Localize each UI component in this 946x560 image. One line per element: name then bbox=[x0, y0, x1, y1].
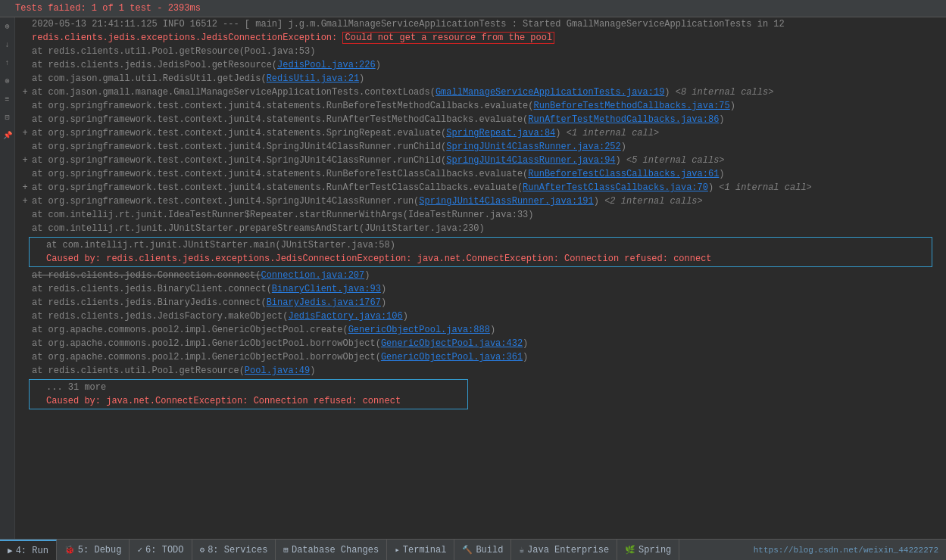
exception-message: Could not get a resource from the pool bbox=[342, 32, 554, 44]
tab-run[interactable]: ▶ 4: Run bbox=[0, 540, 57, 560]
gutter-icon-3[interactable]: ↑ bbox=[2, 57, 14, 69]
stack-row-11: + at org.springframework.test.context.ju… bbox=[15, 181, 946, 194]
stack-row-genericpool-432: at org.apache.commons.pool2.impl.Generic… bbox=[15, 337, 946, 350]
tab-build[interactable]: 🔨 Build bbox=[454, 540, 511, 560]
link-pool-49[interactable]: Pool.java:49 bbox=[245, 366, 310, 376]
test-failed-bar: Tests failed: 1 of 1 test - 2393ms bbox=[0, 0, 946, 17]
stack-row-pool-49: at redis.clients.util.Pool.getResource(P… bbox=[15, 364, 946, 378]
link-contextloads[interactable]: GmallManageServiceApplicationTests.java:… bbox=[436, 87, 664, 98]
log-text-info: 2020-05-13 21:41:11.125 INFO 16512 --- [… bbox=[32, 17, 943, 31]
link-binaryjedis[interactable]: BinaryJedis.java:1767 bbox=[267, 297, 381, 308]
toggle-11[interactable]: + bbox=[18, 181, 32, 194]
stack-row-jedisfactory: at redis.clients.jedis.JedisFactory.make… bbox=[15, 310, 946, 323]
status-url: https://blog.csdn.net/weixin_44222272 bbox=[746, 546, 946, 555]
tab-todo-label: 6: TODO bbox=[145, 545, 183, 555]
link-genericpool-361[interactable]: GenericObjectPool.java:361 bbox=[381, 352, 523, 362]
stack-row-9: + at org.springframework.test.context.ju… bbox=[15, 154, 946, 167]
java-enterprise-icon: ☕ bbox=[519, 545, 524, 555]
stack-row-1: at redis.clients.util.Pool.getResource(P… bbox=[15, 45, 946, 58]
tab-database[interactable]: ⊞ Database Changes bbox=[276, 540, 387, 560]
tab-terminal[interactable]: ▸ Terminal bbox=[387, 540, 454, 560]
stack-row-14: at com.intellij.rt.junit.JUnitStarter.pr… bbox=[15, 222, 946, 235]
stack-row-conn: at redis.clients.jedis.Connection.connec… bbox=[15, 269, 946, 282]
caused-by-row: Caused by: redis.clients.jedis.exception… bbox=[30, 252, 932, 266]
status-bar: ▶ 4: Run 🐞 5: Debug ✓ 6: TODO ⚙ 8: Servi… bbox=[0, 539, 946, 560]
stack-row-13: at com.intellij.rt.junit.IdeaTestRunner$… bbox=[15, 208, 946, 222]
tab-java-enterprise-label: Java Enterprise bbox=[527, 545, 609, 555]
link-jedisfactory[interactable]: JedisFactory.java:106 bbox=[288, 311, 402, 322]
log-row-info: 2020-05-13 21:41:11.125 INFO 16512 --- [… bbox=[15, 17, 946, 31]
link-jedispool[interactable]: JedisPool.java:226 bbox=[277, 60, 376, 70]
tab-java-enterprise[interactable]: ☕ Java Enterprise bbox=[511, 540, 617, 560]
link-connection[interactable]: Connection.java:207 bbox=[261, 270, 364, 281]
tab-services[interactable]: ⚙ 8: Services bbox=[192, 540, 276, 560]
exception-text: redis.clients.jedis.exceptions.JedisConn… bbox=[32, 31, 943, 45]
gutter-icon-2[interactable]: ↓ bbox=[2, 39, 14, 51]
services-icon: ⚙ bbox=[200, 545, 205, 555]
stack-row-binjedis: at redis.clients.jedis.BinaryJedis.conne… bbox=[15, 296, 946, 310]
database-icon: ⊞ bbox=[283, 545, 289, 555]
tab-debug[interactable]: 🐞 5: Debug bbox=[57, 540, 130, 560]
tab-run-label: 4: Run bbox=[16, 546, 48, 556]
toggle-9[interactable]: + bbox=[18, 154, 32, 167]
stack-row-4: + at com.jason.gmall.manage.GmallManageS… bbox=[15, 86, 946, 99]
build-icon: 🔨 bbox=[462, 545, 473, 555]
link-runbeforeclass[interactable]: RunBeforeTestClassCallbacks.java:61 bbox=[528, 169, 719, 179]
toggle-7[interactable]: + bbox=[18, 126, 32, 140]
link-redisutil[interactable]: RedisUtil.java:21 bbox=[267, 73, 359, 84]
tab-debug-label: 5: Debug bbox=[78, 545, 122, 555]
stack-row-7: + at org.springframework.test.context.ju… bbox=[15, 126, 946, 140]
link-binaryclient[interactable]: BinaryClient.java:93 bbox=[272, 284, 381, 294]
terminal-icon: ▸ bbox=[395, 545, 400, 555]
content-wrapper: ⊕ ↓ ↑ ⊗ ≡ ⊡ 📌 2020-05-13 21:41:11.125 IN… bbox=[0, 17, 946, 539]
spring-icon: 🌿 bbox=[625, 545, 635, 555]
tab-todo[interactable]: ✓ 6: TODO bbox=[130, 540, 192, 560]
stack-row-binclient: at redis.clients.jedis.BinaryClient.conn… bbox=[15, 282, 946, 296]
link-runafterclass[interactable]: RunAfterTestClassCallbacks.java:70 bbox=[523, 182, 708, 193]
stack-row-genericpool-361: at org.apache.commons.pool2.impl.Generic… bbox=[15, 350, 946, 364]
stack-row-5: at org.springframework.test.context.juni… bbox=[15, 99, 946, 113]
junitstarter-main-row: at com.intellij.rt.junit.JUnitStarter.ma… bbox=[30, 238, 932, 252]
left-gutter: ⊕ ↓ ↑ ⊗ ≡ ⊡ 📌 bbox=[0, 17, 15, 539]
link-springrepeat[interactable]: SpringRepeat.java:84 bbox=[446, 128, 555, 138]
gutter-icon-1[interactable]: ⊕ bbox=[2, 20, 14, 33]
test-failed-text: Tests failed: 1 of 1 test - 2393ms bbox=[15, 3, 201, 14]
stack-row-12: + at org.springframework.test.context.ju… bbox=[15, 194, 946, 208]
toggle-12[interactable]: + bbox=[18, 194, 32, 208]
tab-spring-label: Spring bbox=[638, 545, 671, 555]
gutter-icon-5[interactable]: ≡ bbox=[2, 93, 14, 105]
stack-row-10: at org.springframework.test.context.juni… bbox=[15, 167, 946, 181]
caused-by-blue-box: at com.intellij.rt.junit.JUnitStarter.ma… bbox=[29, 237, 932, 267]
tab-build-label: Build bbox=[476, 545, 503, 555]
toggle-4[interactable]: + bbox=[18, 86, 32, 99]
ellipsis-row: ... 31 more bbox=[30, 381, 467, 394]
tab-services-label: 8: Services bbox=[208, 545, 267, 555]
stack-row-2: at redis.clients.jedis.JedisPool.getReso… bbox=[15, 58, 946, 72]
tab-terminal-label: Terminal bbox=[403, 545, 447, 555]
stack-row-genericpool-create: at org.apache.commons.pool2.impl.Generic… bbox=[15, 323, 946, 337]
gutter-icon-7[interactable]: 📌 bbox=[2, 129, 14, 142]
run-icon: ▶ bbox=[8, 546, 13, 555]
main-content: Tests failed: 1 of 1 test - 2393ms ⊕ ↓ ↑… bbox=[0, 0, 946, 560]
stack-row-3: at com.jason.gmall.util.RedisUtil.getJed… bbox=[15, 72, 946, 86]
link-runchild-252[interactable]: SpringJUnit4ClassRunner.java:252 bbox=[446, 142, 620, 152]
debug-icon: 🐞 bbox=[64, 545, 75, 555]
gutter-icon-4[interactable]: ⊗ bbox=[2, 75, 14, 87]
bottom-blue-box: ... 31 more Caused by: java.net.ConnectE… bbox=[29, 379, 468, 409]
log-row-exception: redis.clients.jedis.exceptions.JedisConn… bbox=[15, 31, 946, 45]
gutter-icon-6[interactable]: ⊡ bbox=[2, 111, 14, 123]
tab-database-label: Database Changes bbox=[292, 545, 379, 555]
link-genericpool-432[interactable]: GenericObjectPool.java:432 bbox=[381, 338, 523, 349]
caused-by-java-net-row: Caused by: java.net.ConnectException: Co… bbox=[30, 394, 467, 408]
link-run-191[interactable]: SpringJUnit4ClassRunner.java:191 bbox=[419, 196, 593, 207]
link-runafter[interactable]: RunAfterTestMethodCallbacks.java:86 bbox=[528, 114, 719, 125]
link-runchild-94[interactable]: SpringJUnit4ClassRunner.java:94 bbox=[446, 155, 615, 166]
log-content[interactable]: 2020-05-13 21:41:11.125 INFO 16512 --- [… bbox=[15, 17, 946, 539]
stack-row-6: at org.springframework.test.context.juni… bbox=[15, 113, 946, 126]
link-runbefore[interactable]: RunBeforeTestMethodCallbacks.java:75 bbox=[534, 101, 730, 111]
tab-spring[interactable]: 🌿 Spring bbox=[617, 540, 679, 560]
link-genericpool-888[interactable]: GenericObjectPool.java:888 bbox=[348, 325, 490, 335]
todo-icon: ✓ bbox=[137, 545, 142, 555]
stack-row-8: at org.springframework.test.context.juni… bbox=[15, 140, 946, 154]
